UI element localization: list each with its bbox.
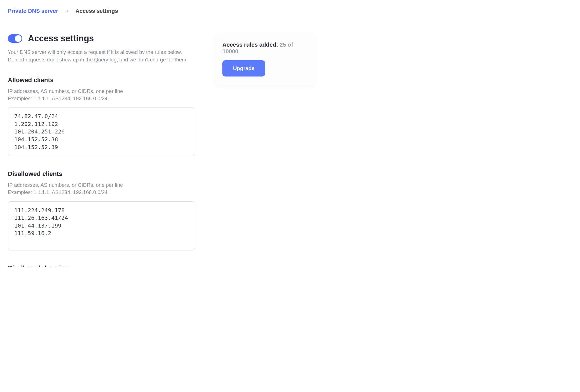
- allowed-clients-hint: IP addresses, AS numbers, or CIDRs, one …: [8, 88, 203, 102]
- allowed-clients-title: Allowed clients: [8, 77, 203, 84]
- breadcrumb-arrow-icon: [64, 9, 69, 14]
- page-title: Access settings: [28, 34, 94, 44]
- upgrade-button[interactable]: Upgrade: [222, 60, 265, 77]
- disallowed-clients-title: Disallowed clients: [8, 170, 203, 178]
- breadcrumb-current: Access settings: [75, 8, 118, 14]
- access-rules-label: Access rules added: 25 of 10000: [222, 41, 307, 55]
- disallowed-clients-hint: IP addresses, AS numbers, or CIDRs, one …: [8, 181, 203, 196]
- page-description-line1: Your DNS server will only accept a reque…: [8, 49, 182, 55]
- breadcrumb-root-link[interactable]: Private DNS server: [8, 8, 58, 14]
- page-description: Your DNS server will only accept a reque…: [8, 49, 203, 64]
- disallowed-domains-section: Disallowed domains: [8, 264, 203, 267]
- allowed-clients-textarea[interactable]: [8, 107, 195, 156]
- breadcrumb: Private DNS server Access settings: [0, 0, 580, 22]
- allowed-hint-line1: IP addresses, AS numbers, or CIDRs, one …: [8, 88, 123, 94]
- allowed-hint-line2: Examples: 1.1.1.1, AS1234, 192.168.0.0/2…: [8, 95, 108, 101]
- disallowed-hint-line1: IP addresses, AS numbers, or CIDRs, one …: [8, 182, 123, 188]
- disallowed-domains-title: Disallowed domains: [8, 264, 203, 267]
- disallowed-clients-textarea[interactable]: [8, 201, 195, 250]
- access-rules-card: Access rules added: 25 of 10000 Upgrade: [215, 34, 315, 85]
- page-description-line2: Denied requests don't show up in the Que…: [8, 57, 186, 63]
- access-rules-label-text: Access rules added:: [222, 41, 278, 48]
- toggle-knob-icon: [15, 35, 22, 42]
- access-settings-toggle[interactable]: [8, 34, 22, 43]
- disallowed-hint-line2: Examples: 1.1.1.1, AS1234, 192.168.0.0/2…: [8, 189, 108, 195]
- disallowed-clients-section: Disallowed clients IP addresses, AS numb…: [8, 170, 203, 250]
- allowed-clients-section: Allowed clients IP addresses, AS numbers…: [8, 77, 203, 157]
